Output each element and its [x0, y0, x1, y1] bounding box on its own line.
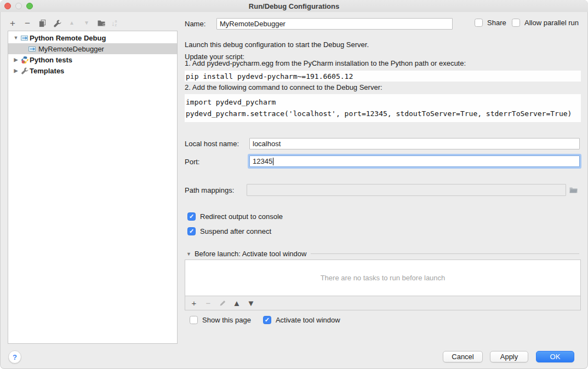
redirect-output-label: Redirect output to console [200, 212, 283, 221]
before-launch-section-header[interactable]: ▼ Before launch: Activate tool window [186, 250, 579, 258]
redirect-output-checkbox[interactable] [187, 212, 196, 221]
step1-text: 1. Add pydevd-pycharm.egg from the PyCha… [185, 59, 466, 67]
allow-parallel-run-checkbox[interactable] [512, 19, 520, 27]
remove-task-button[interactable]: − [204, 299, 213, 308]
activate-tool-window-label: Activate tool window [276, 316, 340, 324]
name-label: Name: [185, 20, 205, 28]
before-launch-task-list[interactable]: There are no tasks to run before launch [185, 260, 581, 296]
pip-install-code: pip install pydevd-pycharm~=191.6605.12 [185, 71, 581, 82]
port-label: Port: [185, 158, 199, 166]
apply-button[interactable]: Apply [490, 351, 528, 362]
show-this-page-label: Show this page [202, 316, 251, 324]
path-mappings-input[interactable] [247, 184, 566, 196]
section-collapse-arrow-icon[interactable]: ▼ [186, 251, 191, 257]
add-task-button[interactable]: + [190, 299, 198, 308]
move-task-up-button[interactable]: ▲ [232, 299, 241, 308]
task-list-toolbar: + − ▲ ▼ [185, 296, 581, 310]
cancel-button[interactable]: Cancel [443, 351, 483, 362]
path-mappings-label: Path mappings: [185, 186, 234, 194]
browse-folder-icon[interactable] [569, 186, 578, 194]
port-value: 12345 [253, 157, 272, 165]
move-task-down-button[interactable]: ▼ [247, 299, 255, 308]
local-host-name-label: Local host name: [185, 140, 239, 148]
edit-task-pencil-icon[interactable] [218, 299, 227, 308]
step2-text: 2. Add the following command to connect … [185, 83, 383, 91]
code-line-settrace: pydevd_pycharm.settrace('localhost', por… [186, 108, 581, 119]
port-input[interactable]: 12345 [249, 155, 580, 167]
configuration-form: Name: Share Allow parallel run Launch th… [0, 0, 588, 369]
section-divider [311, 253, 579, 254]
share-checkbox[interactable] [475, 19, 483, 27]
ok-button[interactable]: OK [536, 351, 574, 362]
before-launch-title: Before launch: Activate tool window [195, 250, 307, 258]
share-label: Share [487, 19, 506, 27]
code-line-import: import pydevd_pycharm [186, 96, 581, 108]
activate-tool-window-checkbox[interactable] [263, 316, 271, 324]
suspend-after-connect-checkbox[interactable] [187, 227, 196, 235]
show-this-page-checkbox[interactable] [190, 316, 198, 324]
allow-parallel-run-label: Allow parallel run [524, 19, 579, 27]
text-caret [273, 158, 273, 165]
intro-text: Launch this debug configuration to start… [185, 41, 369, 49]
empty-task-list-text: There are no tasks to run before launch [321, 274, 446, 282]
name-input[interactable] [216, 18, 453, 30]
settrace-code-block: import pydevd_pycharm pydevd_pycharm.set… [185, 94, 581, 122]
run-debug-configurations-dialog: Run/Debug Configurations + − ▲ ▼ ↓az ▼ P… [0, 0, 588, 369]
suspend-after-connect-label: Suspend after connect [200, 227, 271, 235]
local-host-name-input[interactable] [249, 138, 580, 149]
